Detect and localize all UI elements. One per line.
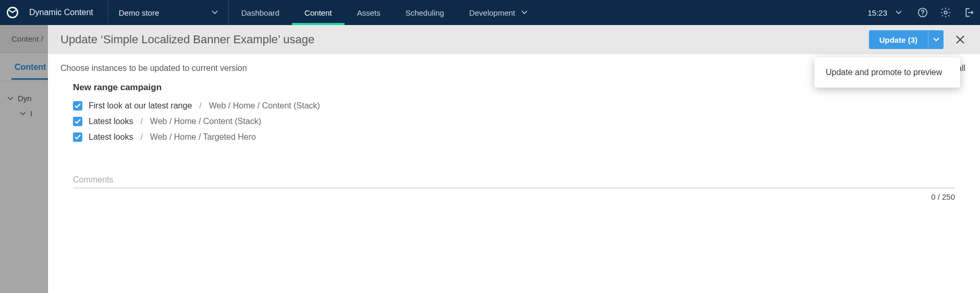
nav-development[interactable]: Development bbox=[457, 0, 540, 25]
app-logo bbox=[0, 6, 25, 19]
instance-path: Web / Home / Content (Stack) bbox=[209, 101, 320, 111]
check-icon bbox=[75, 103, 81, 108]
instance-name: Latest looks bbox=[89, 132, 133, 142]
panel-header: Update ‘Simple Localized Banner Example’… bbox=[48, 25, 980, 54]
instance-row: Latest looks / Web / Home / Content (Sta… bbox=[73, 114, 967, 129]
nav-dashboard[interactable]: Dashboard bbox=[229, 0, 292, 25]
time-selector[interactable]: 15:23 bbox=[858, 8, 911, 17]
help-icon[interactable] bbox=[911, 0, 934, 25]
instance-checkbox[interactable] bbox=[73, 117, 82, 126]
nav-label: Scheduling bbox=[406, 8, 444, 17]
hub-name: Demo store bbox=[119, 8, 160, 17]
nav-assets[interactable]: Assets bbox=[345, 0, 393, 25]
menu-item-update-promote[interactable]: Update and promote to preview bbox=[814, 60, 960, 84]
nav-label: Dashboard bbox=[241, 8, 279, 17]
close-icon bbox=[955, 34, 965, 45]
main-nav: Dashboard Content Assets Scheduling Deve… bbox=[229, 0, 541, 25]
update-menu: Update and promote to preview bbox=[814, 57, 960, 88]
instance-row: Latest looks / Web / Home / Targeted Her… bbox=[73, 129, 967, 145]
nav-label: Content bbox=[304, 8, 332, 17]
logout-icon[interactable] bbox=[957, 0, 980, 25]
check-icon bbox=[75, 119, 81, 124]
instance-name: First look at our latest range bbox=[89, 101, 192, 111]
path-separator: / bbox=[199, 101, 201, 111]
brand-label: Dynamic Content bbox=[25, 8, 108, 17]
nav-content[interactable]: Content bbox=[292, 0, 345, 25]
caret-down-icon bbox=[896, 10, 902, 15]
update-split-button[interactable] bbox=[928, 30, 944, 49]
nav-label: Development bbox=[469, 8, 515, 17]
close-button[interactable] bbox=[953, 32, 967, 47]
instance-checkbox[interactable] bbox=[73, 132, 82, 142]
check-icon bbox=[75, 135, 81, 140]
instance-path: Web / Home / Content (Stack) bbox=[150, 117, 261, 126]
update-button[interactable]: Update (3) bbox=[869, 30, 928, 49]
instance-path: Web / Home / Targeted Hero bbox=[150, 132, 256, 142]
svg-point-2 bbox=[922, 15, 923, 16]
instance-checkbox[interactable] bbox=[73, 101, 82, 111]
settings-gear-icon[interactable] bbox=[934, 0, 957, 25]
top-navbar: Dynamic Content Demo store Dashboard Con… bbox=[0, 0, 980, 25]
caret-down-icon bbox=[521, 10, 528, 15]
instance-name: Latest looks bbox=[89, 117, 133, 126]
svg-point-3 bbox=[944, 11, 947, 14]
nav-scheduling[interactable]: Scheduling bbox=[393, 0, 457, 25]
hub-selector[interactable]: Demo store bbox=[108, 8, 228, 17]
path-separator: / bbox=[140, 132, 142, 142]
nav-label: Assets bbox=[357, 8, 381, 17]
path-separator: / bbox=[140, 117, 142, 126]
comments-field-wrap bbox=[73, 175, 955, 188]
panel-title: Update ‘Simple Localized Banner Example’… bbox=[60, 33, 869, 46]
instance-row: First look at our latest range / Web / H… bbox=[73, 98, 967, 114]
comments-input[interactable] bbox=[73, 175, 955, 185]
panel-body: Choose instances to be updated to curren… bbox=[48, 54, 980, 293]
comments-charcount: 0 / 250 bbox=[60, 192, 965, 201]
caret-down-icon bbox=[933, 38, 939, 42]
time-label: 15:23 bbox=[867, 8, 887, 17]
caret-down-icon bbox=[212, 10, 218, 15]
